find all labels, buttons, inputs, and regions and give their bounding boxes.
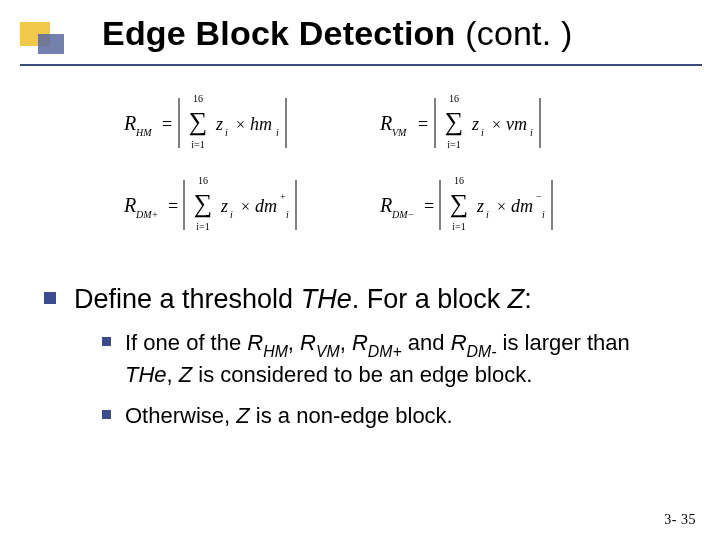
svg-text:∑: ∑ <box>194 189 213 218</box>
text-subscript: HM <box>263 343 288 360</box>
text-frag: , <box>288 330 300 355</box>
bullet-icon <box>102 410 111 419</box>
svg-text:=: = <box>418 114 428 134</box>
text-frag: is considered to be an edge block. <box>192 362 532 387</box>
text-italic: R <box>247 330 263 355</box>
svg-text:i=1: i=1 <box>447 139 460 150</box>
text-italic: R <box>300 330 316 355</box>
title-underline <box>20 64 702 66</box>
title-cont: (cont. ) <box>456 14 573 52</box>
text-subscript: DM+ <box>368 343 402 360</box>
bullet-level2: If one of the RHM, RVM, RDM+ and RDM- is… <box>102 329 680 390</box>
text-frag: Otherwise, <box>125 403 236 428</box>
svg-text:i: i <box>481 127 484 138</box>
svg-text:i: i <box>286 209 289 220</box>
bullet-level2-text: Otherwise, Z is a non-edge block. <box>125 402 453 431</box>
svg-text:z: z <box>471 114 479 134</box>
svg-text:i: i <box>225 127 228 138</box>
title-main: Edge Block Detection <box>102 14 456 52</box>
text-frag: If one of the <box>125 330 247 355</box>
slide-title: Edge Block Detection (cont. ) <box>102 14 700 53</box>
svg-text:×: × <box>241 198 250 215</box>
svg-text:i: i <box>230 209 233 220</box>
text-frag: is larger than <box>496 330 629 355</box>
text-subscript: DM- <box>467 343 497 360</box>
text-subscript: VM <box>316 343 340 360</box>
svg-text:i: i <box>486 209 489 220</box>
svg-text:R: R <box>380 194 392 216</box>
svg-text:∑: ∑ <box>189 107 208 136</box>
formula-r-hm: R HM = 16 ∑ i=1 z i × hm i <box>124 90 340 156</box>
formula-r-dm-plus: R DM+ = 16 ∑ i=1 z i × dm + i <box>124 172 340 238</box>
svg-text:=: = <box>168 196 178 216</box>
svg-text:−: − <box>536 191 542 202</box>
svg-text:=: = <box>162 114 172 134</box>
svg-text:=: = <box>424 196 434 216</box>
sub-bullet-list: If one of the RHM, RVM, RDM+ and RDM- is… <box>102 329 680 430</box>
text-frag: Define a threshold <box>74 284 301 314</box>
svg-text:z: z <box>476 196 484 216</box>
svg-text:DM+: DM+ <box>135 209 158 220</box>
text-frag: is a non-edge block. <box>250 403 453 428</box>
text-italic: Z <box>508 284 525 314</box>
text-frag: , <box>340 330 352 355</box>
page-number: 3- 35 <box>664 512 696 528</box>
svg-text:dm: dm <box>255 196 277 216</box>
svg-text:R: R <box>124 194 136 216</box>
bullet-level2: Otherwise, Z is a non-edge block. <box>102 402 680 431</box>
text-italic: R <box>352 330 368 355</box>
svg-text:∑: ∑ <box>445 107 464 136</box>
formula-r-dm-minus: R DM− = 16 ∑ i=1 z i × dm − i <box>380 172 596 238</box>
text-frag: , <box>167 362 179 387</box>
svg-text:×: × <box>497 198 506 215</box>
svg-text:z: z <box>215 114 223 134</box>
svg-text:z: z <box>220 196 228 216</box>
text-italic: THe <box>301 284 352 314</box>
svg-text:i=1: i=1 <box>191 139 204 150</box>
svg-text:i=1: i=1 <box>452 221 465 232</box>
svg-text:×: × <box>236 116 245 133</box>
text-italic: R <box>451 330 467 355</box>
formula-r-vm: R VM = 16 ∑ i=1 z i × vm i <box>380 90 596 156</box>
text-italic: Z <box>179 362 192 387</box>
bullet-icon <box>44 292 56 304</box>
svg-text:DM−: DM− <box>391 209 414 220</box>
bullet-level1: Define a threshold THe. For a block Z: <box>44 282 680 317</box>
svg-text:16: 16 <box>193 93 203 104</box>
bullet-icon <box>102 337 111 346</box>
text-italic: Z <box>236 403 249 428</box>
svg-text:R: R <box>124 112 136 134</box>
svg-text:i: i <box>530 127 533 138</box>
svg-text:16: 16 <box>198 175 208 186</box>
svg-text:VM: VM <box>392 127 407 138</box>
formula-grid: R HM = 16 ∑ i=1 z i × hm i R VM = 16 ∑ i… <box>124 90 604 238</box>
svg-text:+: + <box>280 191 286 202</box>
svg-text:16: 16 <box>454 175 464 186</box>
svg-text:dm: dm <box>511 196 533 216</box>
text-frag: . For a block <box>352 284 508 314</box>
svg-text:16: 16 <box>449 93 459 104</box>
bullet-level1-text: Define a threshold THe. For a block Z: <box>74 282 532 317</box>
text-frag: : <box>524 284 532 314</box>
svg-text:i=1: i=1 <box>196 221 209 232</box>
svg-text:∑: ∑ <box>450 189 469 218</box>
svg-text:vm: vm <box>506 114 527 134</box>
svg-text:i: i <box>276 127 279 138</box>
svg-text:R: R <box>380 112 392 134</box>
text-italic: THe <box>125 362 167 387</box>
bullet-level2-text: If one of the RHM, RVM, RDM+ and RDM- is… <box>125 329 680 390</box>
ornament-blue <box>38 34 64 54</box>
svg-text:HM: HM <box>135 127 152 138</box>
body-content: Define a threshold THe. For a block Z: I… <box>44 282 680 442</box>
svg-text:hm: hm <box>250 114 272 134</box>
svg-text:i: i <box>542 209 545 220</box>
svg-text:×: × <box>492 116 501 133</box>
slide-corner-ornament <box>20 22 80 58</box>
text-frag: and <box>402 330 451 355</box>
